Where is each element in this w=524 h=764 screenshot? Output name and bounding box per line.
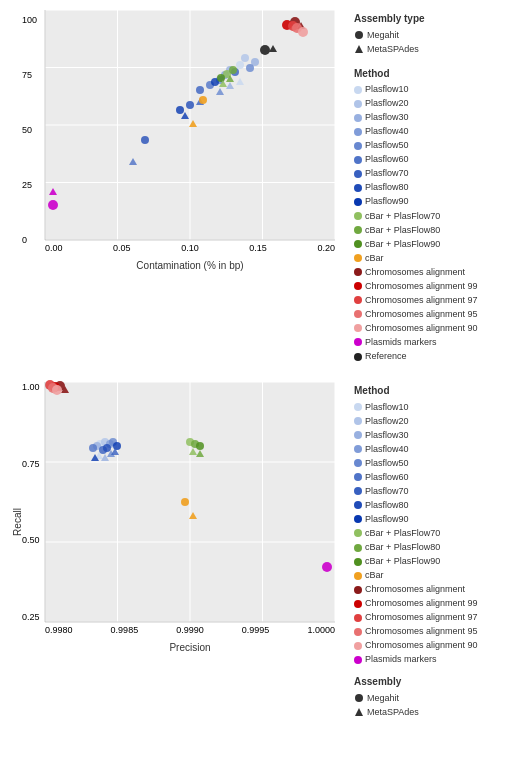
svg-point-70: [113, 442, 121, 450]
svg-point-92: [355, 694, 363, 702]
chart1-legend: Assembly type Megahit MetaSPAdes Method …: [350, 0, 510, 364]
svg-point-89: [322, 562, 332, 572]
chart2-legend: Method Plasflow10 Plasflow20 Plasflow30 …: [350, 372, 510, 720]
legend-metaspa: MetaSPAdes: [354, 43, 506, 56]
chart1-method-title: Method: [354, 67, 506, 82]
svg-point-78: [196, 442, 204, 450]
chart2-y-ticks: 1.00 0.75 0.50 0.25: [22, 382, 40, 622]
chart2-x-ticks: 0.9980 0.9985 0.9990 0.9995 1.0000: [45, 625, 335, 635]
chart1-assembly-title: Assembly type: [354, 12, 506, 27]
chart1-x-ticks: 0.00 0.05 0.10 0.15 0.20: [45, 243, 335, 253]
svg-point-18: [186, 101, 194, 109]
chart2-section: Recall 1.00 0.75 0.50 0.25: [0, 372, 524, 720]
svg-point-30: [229, 66, 237, 74]
chart1-x-label: Contamination (% in bp): [45, 260, 335, 271]
svg-point-44: [260, 45, 270, 55]
svg-point-42: [48, 200, 58, 210]
svg-point-88: [52, 385, 62, 395]
svg-point-46: [141, 136, 149, 144]
svg-point-19: [176, 106, 184, 114]
chart1-y-ticks: 100 75 50 25 0: [22, 15, 37, 245]
chart2-assembly-title: Assembly: [354, 675, 506, 690]
main-container: Reference coverage (%) 100 75 50 25 0: [0, 0, 524, 728]
chart2-plot-area: Recall 1.00 0.75 0.50 0.25: [0, 372, 350, 672]
svg-marker-51: [355, 45, 363, 53]
svg-point-34: [199, 96, 207, 104]
legend2-megahit: Megahit: [354, 692, 506, 705]
legend-megahit: Megahit: [354, 29, 506, 42]
svg-point-31: [217, 74, 225, 82]
chart1-plot-area: Reference coverage (%) 100 75 50 25 0: [0, 0, 350, 290]
svg-marker-93: [355, 708, 363, 716]
svg-point-50: [355, 31, 363, 39]
legend2-metaspa: MetaSPAdes: [354, 706, 506, 719]
svg-point-12: [241, 54, 249, 62]
svg-point-67: [89, 444, 97, 452]
svg-point-81: [181, 498, 189, 506]
svg-point-21: [246, 64, 254, 72]
chart1-svg: [45, 10, 335, 255]
svg-point-11: [236, 61, 244, 69]
chart2-method-title: Method: [354, 384, 506, 399]
svg-point-69: [103, 444, 111, 452]
chart1-section: Reference coverage (%) 100 75 50 25 0: [0, 0, 524, 364]
svg-point-41: [298, 27, 308, 37]
svg-point-17: [196, 86, 204, 94]
chart2-svg: [45, 382, 335, 632]
chart2-x-label: Precision: [45, 642, 335, 653]
